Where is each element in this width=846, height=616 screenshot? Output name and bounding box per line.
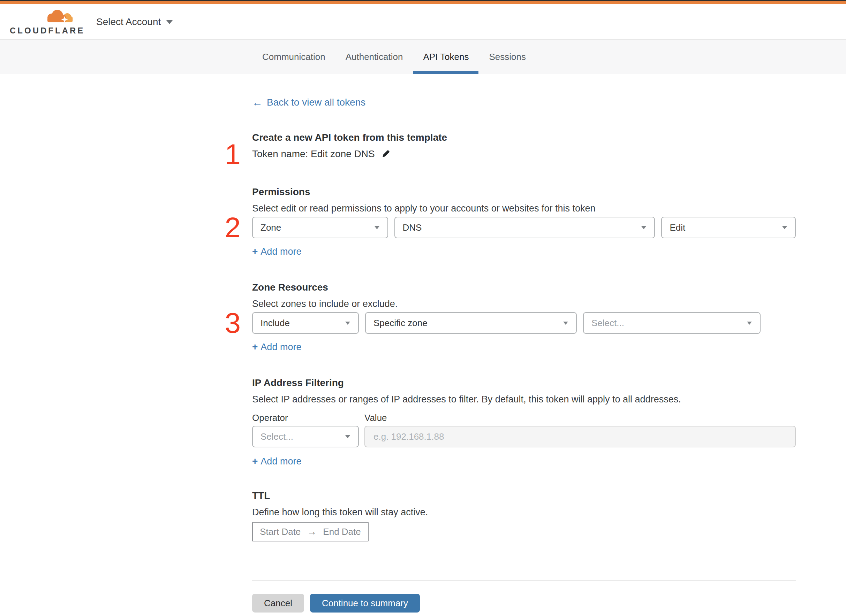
operator-select[interactable]: Select... [252,426,359,447]
annotation-step-2: 2 [216,213,241,242]
ip-value-input[interactable] [365,426,796,447]
chevron-down-icon [563,321,568,325]
arrow-right-icon: → [307,526,316,537]
brand-accent-bar [0,1,846,4]
add-more-label: Add more [260,342,301,353]
footer-divider [252,581,796,581]
permissions-section: Permissions Select edit or read permissi… [252,186,796,257]
start-date-placeholder: Start Date [260,527,301,537]
edit-token-name-button[interactable] [380,149,391,159]
chevron-down-icon [782,226,787,230]
chevron-down-icon [747,321,752,325]
zone-picker-placeholder: Select... [591,318,624,329]
chevron-down-icon [166,19,173,24]
zone-mode-value: Include [260,318,290,329]
account-selector-label: Select Account [96,16,161,28]
add-more-label: Add more [260,246,301,257]
permission-access-value: Edit [669,222,685,233]
operator-label: Operator [252,412,365,423]
chevron-down-icon [374,226,380,230]
plus-icon: + [252,456,258,467]
zone-resources-section: Zone Resources Select zones to include o… [252,282,796,353]
ip-filtering-labels-row: Operator Value [252,412,796,423]
continue-to-summary-button[interactable]: Continue to summary [310,594,420,613]
zone-mode-select[interactable]: Include [252,312,359,334]
permissions-heading: Permissions [252,186,796,198]
permission-resource-select[interactable]: DNS [394,217,655,238]
permission-scope-select[interactable]: Zone [252,217,388,238]
chevron-down-icon [641,226,646,230]
ttl-description: Define how long this token will stay act… [252,507,796,518]
ttl-section: TTL Define how long this token will stay… [252,490,796,541]
permission-scope-value: Zone [260,222,281,233]
account-selector[interactable]: Select Account [96,16,173,28]
ip-filtering-add-more-link[interactable]: + Add more [252,456,301,467]
ip-filtering-heading: IP Address Filtering [252,377,796,389]
token-name-text: Token name: Edit zone DNS [252,148,375,160]
tab-api-tokens[interactable]: API Tokens [413,40,478,74]
cancel-button[interactable]: Cancel [252,594,304,613]
zone-resources-select-row: 3 Include Specific zone Select... [252,312,796,334]
chevron-down-icon [345,435,350,439]
chevron-down-icon [345,321,350,325]
tab-authentication[interactable]: Authentication [336,40,413,74]
zone-type-select[interactable]: Specific zone [365,312,577,334]
cloudflare-wordmark: CLOUDFLARE [10,26,85,35]
back-to-tokens-link[interactable]: ← Back to view all tokens [252,97,796,108]
permissions-description: Select edit or read permissions to apply… [252,203,796,214]
zone-type-value: Specific zone [374,318,428,329]
value-label: Value [365,412,387,423]
ttl-date-range-picker[interactable]: Start Date → End Date [252,522,369,541]
zone-resources-heading: Zone Resources [252,282,796,293]
permission-resource-value: DNS [403,222,422,233]
cloudflare-cloud-icon [40,8,75,25]
token-name-row: 1 Token name: Edit zone DNS [252,148,796,160]
ip-filtering-description: Select IP addresses or ranges of IP addr… [252,394,796,405]
back-arrow-icon: ← [252,97,263,108]
operator-placeholder: Select... [260,431,293,442]
end-date-placeholder: End Date [323,527,360,537]
ip-filtering-input-row: Select... [252,426,796,447]
app-header: CLOUDFLARE Select Account [0,4,846,40]
permission-access-select[interactable]: Edit [661,217,796,238]
ip-filtering-section: IP Address Filtering Select IP addresses… [252,377,796,467]
permissions-select-row: 2 Zone DNS Edit [252,217,796,238]
back-link-label: Back to view all tokens [267,97,365,108]
plus-icon: + [252,246,258,257]
tab-communication[interactable]: Communication [253,40,335,74]
token-form: ← Back to view all tokens Create a new A… [252,97,796,613]
annotation-step-3: 3 [216,309,241,337]
cloudflare-logo[interactable]: CLOUDFLARE [10,8,77,35]
permissions-add-more-link[interactable]: + Add more [252,246,301,257]
zone-resources-description: Select zones to include or exclude. [252,298,796,309]
add-more-label: Add more [260,456,301,467]
form-actions: Cancel Continue to summary [252,594,796,613]
profile-tabbar: Communication Authentication API Tokens … [0,40,846,74]
zone-resources-add-more-link[interactable]: + Add more [252,342,301,353]
ttl-heading: TTL [252,490,796,502]
tabs: Communication Authentication API Tokens … [253,40,536,74]
annotation-step-1: 1 [216,140,241,169]
tab-sessions[interactable]: Sessions [479,40,536,74]
page-title: Create a new API token from this templat… [252,132,796,144]
zone-picker-select[interactable]: Select... [583,312,761,334]
plus-icon: + [252,342,258,353]
pencil-icon [380,149,391,159]
